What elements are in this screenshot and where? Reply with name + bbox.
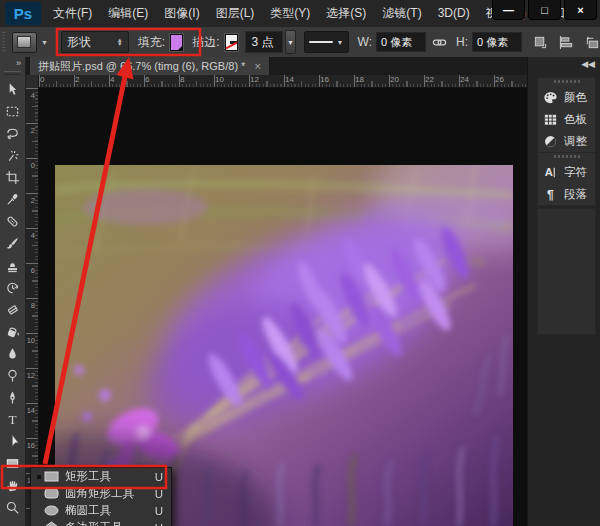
flyout-item-1[interactable]: 圆角矩形工具U <box>31 485 171 502</box>
tool-paint-bucket[interactable] <box>1 321 24 341</box>
panel-button-adjustments[interactable]: 调整 <box>538 130 595 152</box>
tool-crop[interactable] <box>1 167 24 187</box>
flyout-item-label: 多边形工具 <box>65 520 123 526</box>
paragraph-icon: ¶ <box>543 187 558 202</box>
tool-zoom[interactable] <box>1 497 24 517</box>
panel-button-label: 字符 <box>564 165 587 180</box>
vertical-ruler: 42024681012141618 <box>25 88 39 526</box>
photoshop-window: Ps 文件(F)编辑(E)图像(I)图层(L)类型(Y)选择(S)滤镜(T)3D… <box>0 0 600 526</box>
flyout-item-3[interactable]: 多边形工具U <box>31 519 171 526</box>
panel-button-character[interactable]: A字符 <box>538 161 595 183</box>
path-arrangement-icon[interactable] <box>585 35 600 50</box>
flyout-item-2[interactable]: 椭圆工具U <box>31 502 171 519</box>
hruler-tick-label: 4 <box>110 76 114 84</box>
menu-item-2[interactable]: 图像(I) <box>156 0 207 27</box>
close-button[interactable]: × <box>564 0 597 20</box>
document-tab[interactable]: 拼贴照片.psd @ 66.7% (timg (6), RGB/8) * × <box>30 57 269 75</box>
updown-arrows-icon: ▲▼ <box>117 38 123 46</box>
panel-collapse-button[interactable]: ◀◀ <box>581 59 595 69</box>
tool-hand[interactable] <box>1 475 24 495</box>
flyout-item-0[interactable]: 矩形工具U <box>31 468 171 485</box>
minimize-button[interactable]: — <box>492 0 525 20</box>
vruler-tick-label: 12 <box>26 373 35 380</box>
tool-type[interactable]: T <box>1 409 24 429</box>
tool-path-selection[interactable] <box>1 431 24 451</box>
flyout-item-shortcut: U <box>155 488 168 500</box>
horizontal-ruler: 02468101214161820222426 <box>39 75 528 88</box>
tool-preset-picker[interactable]: ▼ <box>12 32 48 53</box>
character-icon: A <box>543 165 558 180</box>
hruler-tick-label: 14 <box>285 76 294 84</box>
height-field[interactable]: 0 像素 <box>472 32 522 52</box>
panel-button-swatches[interactable]: 色板 <box>538 108 595 130</box>
panels-dock: ◀◀ 颜色色板调整 A字符¶段落 <box>527 57 600 526</box>
menu-item-6[interactable]: 滤镜(T) <box>374 0 429 27</box>
path-alignment-icon[interactable] <box>559 35 574 50</box>
stroke-style-dropdown[interactable]: ▼ <box>304 31 349 53</box>
flyout-item-label: 圆角矩形工具 <box>65 486 134 501</box>
tool-eraser[interactable] <box>1 299 24 319</box>
path-operations-icon[interactable] <box>533 35 548 50</box>
menu-item-5[interactable]: 选择(S) <box>318 0 374 27</box>
tool-options-bar: ▼ 形状 ▲▼ 填充: 描边: 3 点 ▼ ▼ W: 0 像素 <box>0 27 600 58</box>
menu-item-3[interactable]: 图层(L) <box>208 0 263 27</box>
tool-blur[interactable] <box>1 343 24 363</box>
fill-label: 填充: <box>138 34 165 51</box>
vruler-tick-label: 6 <box>26 268 35 275</box>
menu-item-7[interactable]: 3D(D) <box>430 0 478 27</box>
tool-brush[interactable] <box>1 233 24 253</box>
hruler-tick-label: 8 <box>180 76 184 84</box>
maximize-button[interactable]: □ <box>528 0 561 20</box>
shape-tools-flyout: 矩形工具U圆角矩形工具U椭圆工具U多边形工具U <box>30 467 172 526</box>
options-extra-icons <box>533 35 600 50</box>
stroke-width-value: 3 点 <box>252 34 274 51</box>
tool-history-brush[interactable] <box>1 277 24 297</box>
panel-button-label: 调整 <box>564 134 587 149</box>
flyout-item-shortcut: U <box>155 505 168 517</box>
tool-dodge[interactable] <box>1 365 24 385</box>
hruler-tick-label: 10 <box>215 76 224 84</box>
stroke-style-preview <box>309 41 333 43</box>
hruler-tick-label: 22 <box>425 76 434 84</box>
stroke-color-swatch[interactable] <box>225 34 238 51</box>
vruler-tick-label: 14 <box>26 408 35 415</box>
panel-button-label: 颜色 <box>564 90 587 105</box>
toolbar-collapse-button[interactable]: » <box>16 58 21 68</box>
tool-lasso[interactable] <box>1 123 24 143</box>
tool-eyedropper[interactable] <box>1 189 24 209</box>
panel-group-grip <box>554 155 580 158</box>
stroke-width-dropdown[interactable]: ▼ <box>285 30 295 54</box>
stroke-width-field[interactable]: 3 点 <box>245 31 284 53</box>
menu-item-1[interactable]: 编辑(E) <box>100 0 156 27</box>
fill-color-swatch[interactable] <box>170 34 183 51</box>
tool-healing-brush[interactable] <box>1 211 24 231</box>
tool-marquee[interactable] <box>1 101 24 121</box>
tool-magic-wand[interactable] <box>1 145 24 165</box>
vruler-tick-label: 2 <box>26 128 35 135</box>
panel-button-color-palette[interactable]: 颜色 <box>538 86 595 108</box>
tool-mode-dropdown[interactable]: 形状 ▲▼ <box>61 31 129 53</box>
ruler-origin-corner <box>25 75 39 89</box>
hruler-tick-label: 0 <box>40 76 44 84</box>
menu-item-0[interactable]: 文件(F) <box>45 0 100 27</box>
tool-move[interactable] <box>1 79 24 99</box>
menu-bar: Ps 文件(F)编辑(E)图像(I)图层(L)类型(Y)选择(S)滤镜(T)3D… <box>0 0 600 28</box>
link-dimensions-toggle[interactable] <box>432 35 447 50</box>
panel-button-paragraph[interactable]: ¶段落 <box>538 183 595 205</box>
panel-group-grip <box>554 80 580 83</box>
chevron-down-icon: ▼ <box>41 39 48 46</box>
svg-text:A: A <box>545 166 553 178</box>
tool-rectangle[interactable] <box>1 453 24 473</box>
tool-pen[interactable] <box>1 387 24 407</box>
tab-close-icon[interactable]: × <box>254 61 260 72</box>
hruler-tick-label: 2 <box>75 76 79 84</box>
document-area: 拼贴照片.psd @ 66.7% (timg (6), RGB/8) * × 0… <box>25 57 528 526</box>
menu-item-4[interactable]: 类型(Y) <box>262 0 318 27</box>
width-field[interactable]: 0 像素 <box>376 32 426 52</box>
panel-empty-well <box>537 208 596 335</box>
vruler-tick-label: 8 <box>26 303 35 310</box>
vruler-tick-label: 10 <box>26 338 35 345</box>
canvas-pasteboard: 42024681012141618 <box>25 88 528 526</box>
tool-clone-stamp[interactable] <box>1 255 24 275</box>
current-tool-marker <box>34 475 43 479</box>
